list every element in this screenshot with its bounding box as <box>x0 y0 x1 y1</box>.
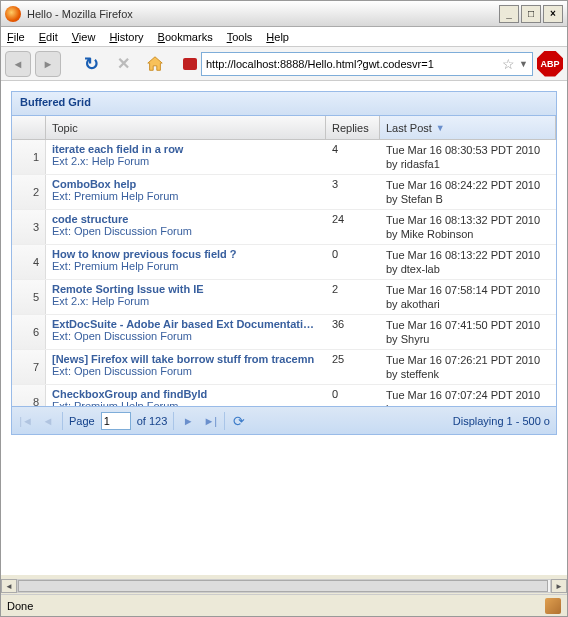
scroll-left-arrow[interactable]: ◄ <box>1 579 17 593</box>
row-number: 8 <box>12 385 46 406</box>
table-row[interactable]: 4How to know previous focus field ?Ext: … <box>12 245 556 280</box>
status-text: Done <box>7 600 545 612</box>
col-lastpost[interactable]: Last Post ▼ <box>380 116 556 139</box>
toolbar: ◄ ► ↻ ✕ ☆ ▼ ABP <box>1 47 567 81</box>
menu-tools[interactable]: Tools <box>227 31 253 43</box>
cell-replies: 0 <box>326 245 380 279</box>
row-number: 6 <box>12 315 46 349</box>
row-number: 1 <box>12 140 46 174</box>
cell-replies: 3 <box>326 175 380 209</box>
table-row[interactable]: 1iterate each field in a rowExt 2.x: Hel… <box>12 140 556 175</box>
row-number: 2 <box>12 175 46 209</box>
page-total: of 123 <box>137 415 168 427</box>
page-label: Page <box>69 415 95 427</box>
page-prev-button[interactable]: ◄ <box>40 413 56 429</box>
stop-button[interactable]: ✕ <box>109 50 137 78</box>
table-row[interactable]: 5Remote Sorting Issue with IEExt 2.x: He… <box>12 280 556 315</box>
refresh-button[interactable]: ⟳ <box>231 413 247 429</box>
url-dropdown-icon[interactable]: ▼ <box>519 59 528 69</box>
page-input[interactable] <box>101 412 131 430</box>
panel-title: Buffered Grid <box>12 92 556 116</box>
statusbar-icon[interactable] <box>545 598 561 614</box>
table-row[interactable]: 8CheckboxGroup and findByIdExt: Premium … <box>12 385 556 406</box>
page-first-button[interactable]: |◄ <box>18 413 34 429</box>
scroll-track[interactable] <box>17 579 551 593</box>
menu-help[interactable]: Help <box>266 31 289 43</box>
menu-bookmarks[interactable]: Bookmarks <box>158 31 213 43</box>
menu-file[interactable]: File <box>7 31 25 43</box>
cell-replies: 25 <box>326 350 380 384</box>
topic-title[interactable]: code structure <box>52 213 320 225</box>
cell-lastpost: Tue Mar 16 08:24:22 PDT 2010by Stefan B <box>380 175 556 209</box>
home-button[interactable] <box>141 50 169 78</box>
col-topic[interactable]: Topic <box>46 116 326 139</box>
content-area: Buffered Grid Topic Replies Last Post ▼ … <box>1 81 567 575</box>
scroll-thumb[interactable] <box>18 580 548 592</box>
cell-replies: 24 <box>326 210 380 244</box>
topic-title[interactable]: ComboBox help <box>52 178 320 190</box>
url-bar[interactable]: ☆ ▼ <box>201 52 533 76</box>
row-number: 3 <box>12 210 46 244</box>
cell-topic: How to know previous focus field ?Ext: P… <box>46 245 326 279</box>
page-last-button[interactable]: ►| <box>202 413 218 429</box>
cell-topic: ExtDocSuite - Adobe Air based Ext Docume… <box>46 315 326 349</box>
topic-forum: Ext: Open Discussion Forum <box>52 225 192 237</box>
topic-title[interactable]: CheckboxGroup and findById <box>52 388 320 400</box>
topic-forum: Ext: Premium Help Forum <box>52 260 179 272</box>
menu-history[interactable]: History <box>109 31 143 43</box>
table-row[interactable]: 2ComboBox helpExt: Premium Help Forum3Tu… <box>12 175 556 210</box>
topic-forum: Ext: Premium Help Forum <box>52 190 179 202</box>
url-input[interactable] <box>206 58 498 70</box>
row-number: 7 <box>12 350 46 384</box>
horizontal-scrollbar[interactable]: ◄ ► <box>1 578 567 594</box>
grid-body[interactable]: 1iterate each field in a rowExt 2.x: Hel… <box>12 140 556 406</box>
home-icon <box>146 55 164 73</box>
topic-forum: Ext: Open Discussion Forum <box>52 365 192 377</box>
menu-view[interactable]: View <box>72 31 96 43</box>
topic-title[interactable]: How to know previous focus field ? <box>52 248 320 260</box>
maximize-button[interactable]: □ <box>521 5 541 23</box>
firefox-icon <box>5 6 21 22</box>
cell-lastpost: Tue Mar 16 07:58:14 PDT 2010by akothari <box>380 280 556 314</box>
forward-button[interactable]: ► <box>35 51 61 77</box>
back-button[interactable]: ◄ <box>5 51 31 77</box>
menu-edit[interactable]: Edit <box>39 31 58 43</box>
table-row[interactable]: 6ExtDocSuite - Adobe Air based Ext Docum… <box>12 315 556 350</box>
buffered-grid-panel: Buffered Grid Topic Replies Last Post ▼ … <box>11 91 557 435</box>
window-buttons: _ □ × <box>499 5 563 23</box>
topic-forum: Ext 2.x: Help Forum <box>52 155 149 167</box>
topic-title[interactable]: iterate each field in a row <box>52 143 320 155</box>
cell-topic: Remote Sorting Issue with IEExt 2.x: Hel… <box>46 280 326 314</box>
topic-title[interactable]: ExtDocSuite - Adobe Air based Ext Docume… <box>52 318 320 330</box>
cell-replies: 36 <box>326 315 380 349</box>
cell-replies: 4 <box>326 140 380 174</box>
display-info: Displaying 1 - 500 o <box>253 415 550 427</box>
cell-lastpost: Tue Mar 16 08:30:53 PDT 2010by ridasfa1 <box>380 140 556 174</box>
scroll-right-arrow[interactable]: ► <box>551 579 567 593</box>
table-row[interactable]: 7[News] Firefox will take borrow stuff f… <box>12 350 556 385</box>
sort-desc-icon: ▼ <box>436 123 445 133</box>
paging-toolbar: |◄ ◄ Page of 123 ► ►| ⟳ Displaying 1 - 5… <box>12 406 556 434</box>
minimize-button[interactable]: _ <box>499 5 519 23</box>
col-replies[interactable]: Replies <box>326 116 380 139</box>
row-number: 5 <box>12 280 46 314</box>
col-rownum[interactable] <box>12 116 46 139</box>
topic-title[interactable]: Remote Sorting Issue with IE <box>52 283 320 295</box>
topic-forum: Ext: Open Discussion Forum <box>52 330 192 342</box>
reload-button[interactable]: ↻ <box>77 50 105 78</box>
cell-replies: 0 <box>326 385 380 406</box>
topic-title[interactable]: [News] Firefox will take borrow stuff fr… <box>52 353 320 365</box>
cell-lastpost: Tue Mar 16 07:07:24 PDT 2010by ... <box>380 385 556 406</box>
cell-lastpost: Tue Mar 16 07:26:21 PDT 2010by steffenk <box>380 350 556 384</box>
cell-topic: iterate each field in a rowExt 2.x: Help… <box>46 140 326 174</box>
topic-forum: Ext 2.x: Help Forum <box>52 295 149 307</box>
cell-lastpost: Tue Mar 16 08:13:22 PDT 2010by dtex-lab <box>380 245 556 279</box>
page-next-button[interactable]: ► <box>180 413 196 429</box>
grid-header: Topic Replies Last Post ▼ <box>12 116 556 140</box>
close-button[interactable]: × <box>543 5 563 23</box>
abp-button[interactable]: ABP <box>537 51 563 77</box>
bookmark-star-icon[interactable]: ☆ <box>502 56 515 72</box>
separator <box>173 412 174 430</box>
table-row[interactable]: 3code structureExt: Open Discussion Foru… <box>12 210 556 245</box>
statusbar: Done <box>1 594 567 616</box>
